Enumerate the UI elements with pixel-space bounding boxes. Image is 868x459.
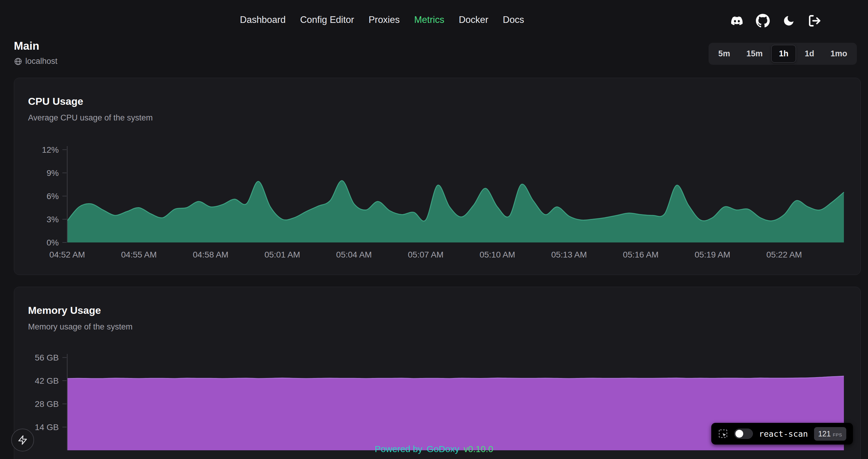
host-label: localhost <box>25 57 58 66</box>
range-1mo-button[interactable]: 1mo <box>823 45 855 63</box>
memory-card-title: Memory Usage <box>28 304 861 316</box>
react-scan-widget: react-scan 121 FPS <box>711 423 853 445</box>
svg-text:9%: 9% <box>47 168 59 178</box>
range-1d-button[interactable]: 1d <box>797 45 822 63</box>
range-5m-button[interactable]: 5m <box>711 45 738 63</box>
svg-text:05:19 AM: 05:19 AM <box>695 250 730 259</box>
logout-icon <box>808 14 821 27</box>
github-icon <box>756 14 770 28</box>
svg-text:05:10 AM: 05:10 AM <box>479 250 515 259</box>
memory-card-subtitle: Memory usage of the system <box>28 322 861 332</box>
svg-text:05:16 AM: 05:16 AM <box>623 250 658 259</box>
svg-text:12%: 12% <box>42 145 59 155</box>
svg-text:04:55 AM: 04:55 AM <box>121 250 157 259</box>
nav-item-metrics[interactable]: Metrics <box>414 14 444 25</box>
svg-text:05:07 AM: 05:07 AM <box>408 250 443 259</box>
react-scan-label: react-scan <box>759 429 808 438</box>
zap-icon <box>18 435 28 445</box>
svg-text:6%: 6% <box>47 192 59 201</box>
godoxy-link[interactable]: GoDoxy <box>427 444 459 454</box>
cpu-card-subtitle: Average CPU usage of the system <box>28 113 861 123</box>
svg-text:05:04 AM: 05:04 AM <box>336 250 372 259</box>
theme-toggle-button[interactable] <box>781 13 796 28</box>
svg-text:3%: 3% <box>47 215 59 224</box>
nav-item-proxies[interactable]: Proxies <box>369 14 400 25</box>
svg-text:28 GB: 28 GB <box>35 399 59 409</box>
svg-text:05:13 AM: 05:13 AM <box>551 250 587 259</box>
inspect-icon[interactable] <box>718 429 728 439</box>
svg-text:42 GB: 42 GB <box>35 376 59 386</box>
quick-actions-button[interactable] <box>11 429 34 452</box>
github-link-button[interactable] <box>755 13 770 28</box>
toggle-knob <box>735 430 743 438</box>
nav-item-config-editor[interactable]: Config Editor <box>300 14 354 25</box>
footer: Powered by GoDoxy v0.10.0 <box>0 444 868 454</box>
moon-icon <box>782 14 795 27</box>
cpu-usage-chart[interactable]: 12%9%6%3%0%04:52 AM04:55 AM04:58 AM05:01… <box>14 138 861 268</box>
site-header: Main localhost <box>14 40 58 66</box>
svg-text:56 GB: 56 GB <box>35 353 59 362</box>
globe-icon <box>14 57 22 66</box>
cpu-card-title: CPU Usage <box>28 96 861 107</box>
svg-text:05:01 AM: 05:01 AM <box>264 250 300 259</box>
fps-badge: 121 FPS <box>814 427 846 440</box>
svg-text:14 GB: 14 GB <box>35 423 59 432</box>
cpu-usage-card: CPU Usage Average CPU usage of the syste… <box>14 78 861 275</box>
fps-value: 121 <box>818 429 831 438</box>
nav-item-docs[interactable]: Docs <box>503 14 524 25</box>
fps-unit: FPS <box>833 432 842 437</box>
powered-by-label: Powered by <box>375 444 422 454</box>
version-link[interactable]: v0.10.0 <box>464 444 493 454</box>
page-title: Main <box>14 40 58 53</box>
discord-icon <box>730 15 744 27</box>
react-scan-toggle[interactable] <box>734 429 753 439</box>
nav-item-docker[interactable]: Docker <box>459 14 488 25</box>
svg-text:0%: 0% <box>47 238 59 247</box>
svg-text:04:58 AM: 04:58 AM <box>193 250 228 259</box>
nav-item-dashboard[interactable]: Dashboard <box>240 14 286 25</box>
header-icon-group <box>730 13 822 28</box>
range-1h-button[interactable]: 1h <box>771 45 796 63</box>
time-range-selector: 5m 15m 1h 1d 1mo <box>709 43 857 65</box>
svg-text:04:52 AM: 04:52 AM <box>50 250 85 259</box>
discord-link-button[interactable] <box>730 13 744 28</box>
range-15m-button[interactable]: 15m <box>739 45 770 63</box>
host-row: localhost <box>14 57 58 66</box>
logout-button[interactable] <box>807 13 822 28</box>
main-nav: Dashboard Config Editor Proxies Metrics … <box>240 14 524 25</box>
svg-text:05:22 AM: 05:22 AM <box>767 250 802 259</box>
